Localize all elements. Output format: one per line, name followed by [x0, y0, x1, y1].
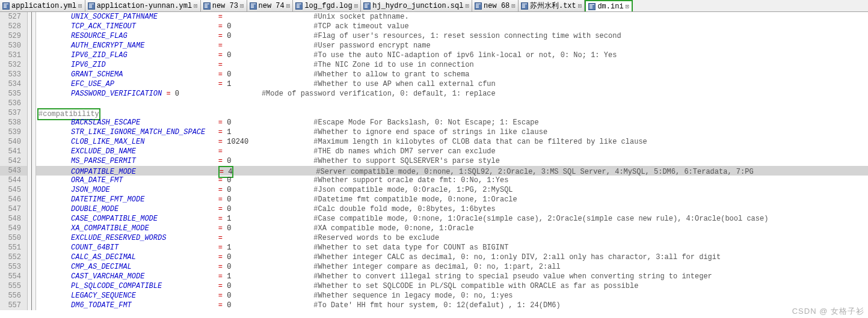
close-icon[interactable]: ⊠	[286, 2, 291, 10]
tab--txt[interactable]: 苏州水利.txt⊠	[519, 0, 585, 11]
tab-new-74[interactable]: new 74⊠	[247, 0, 294, 11]
line-number: 546	[0, 195, 28, 204]
code-line[interactable]: 538BACKSLASH_ESCAPE = 0 #Escape Mode For…	[0, 118, 868, 127]
close-icon[interactable]: ⊠	[578, 2, 582, 10]
code-content: XA_COMPATIBLE_MODE = 0 #XA compatible mo…	[36, 224, 868, 233]
close-icon[interactable]: ⊠	[511, 2, 516, 10]
code-line[interactable]: 548CASE_COMPATIBLE_MODE = 1 #Case compat…	[0, 214, 868, 224]
close-icon[interactable]: ⊠	[465, 2, 469, 10]
operator: =	[218, 186, 227, 194]
close-icon[interactable]: ⊠	[626, 2, 630, 10]
code-line[interactable]: 541EXCLUDE_DB_NAME = #THE db names which…	[0, 147, 868, 156]
code-line[interactable]: 546DATETIME_FMT_MODE = 0 #Datetime fmt c…	[0, 195, 868, 204]
operator: =	[218, 118, 227, 127]
tab-new-73[interactable]: new 73⊠	[201, 0, 247, 11]
code-content: EXCLUDE_RESERVED_WORDS = #Reserved words…	[36, 233, 868, 243]
operator: =	[218, 195, 227, 204]
code-line[interactable]: 528TCP_ACK_TIMEOUT = 0 #TCP ack timeout …	[0, 22, 868, 31]
param-name: TCP_ACK_TIMEOUT	[71, 22, 136, 31]
comment: #Whether support oracle date fmt: 0:No, …	[313, 176, 508, 185]
comment: #Mode of password verification, 0: defau…	[262, 90, 496, 98]
code-line[interactable]: 539STR_LIKE_IGNORE_MATCH_END_SPACE = 1 #…	[0, 127, 868, 137]
line-number: 556	[0, 291, 28, 301]
code-line[interactable]: 553CMP_AS_DECIMAL = 0 #Whether integer c…	[0, 262, 868, 272]
comment: #Whether to set SQLCODE in PL/SQL compat…	[313, 282, 638, 290]
code-editor[interactable]: 527UNIX_SOCKET_PATHNAME = #Unix socket p…	[0, 12, 868, 318]
code-line[interactable]: 537#compatibility	[0, 108, 868, 118]
code-line[interactable]: 529RESOURCE_FLAG = 0 #Flag of user's res…	[0, 31, 868, 41]
code-line[interactable]: 556LEGACY_SEQUENCE = 0 #Whether sequence…	[0, 291, 868, 301]
fold-gutter	[28, 233, 36, 243]
code-line[interactable]: 533GRANT_SCHEMA = 0 #Whether to allow to…	[0, 70, 868, 79]
tab-application-yml[interactable]: application.yml⊠	[0, 0, 85, 11]
code-line[interactable]: 545JSON_MODE = 0 #Json compatible mode, …	[0, 185, 868, 195]
close-icon[interactable]: ⊠	[194, 2, 198, 10]
code-line[interactable]: 549XA_COMPATIBLE_MODE = 0 #XA compatible…	[0, 224, 868, 233]
code-line[interactable]: 542MS_PARSE_PERMIT = 0 #Whether to suppo…	[0, 156, 868, 166]
param-name: PL_SQLCODE_COMPATIBLE	[71, 282, 162, 290]
comment: #Whether to use AP when call external cf…	[313, 80, 495, 88]
code-line[interactable]: 557DM6_TODATE_FMT = 0 #To Date' HH fmt h…	[0, 301, 868, 310]
code-line[interactable]: 544ORA_DATE_FMT = 0 #Whether support ora…	[0, 176, 868, 185]
code-content: CASE_COMPATIBLE_MODE = 1 #Case compatibl…	[36, 214, 868, 224]
line-number: 548	[0, 214, 28, 224]
code-line[interactable]: 535PASSWORD_VERIFICATION = 0 #Mode of pa…	[0, 89, 868, 99]
close-icon[interactable]: ⊠	[78, 2, 82, 10]
comment: #Calc double fold mode, 0:8bytes, 1:6byt…	[313, 205, 495, 213]
tab-hj-hydro-junction-sql[interactable]: hj_hydro_junction.sql⊠	[361, 0, 472, 11]
tab-dm-ini[interactable]: dm.ini⊠	[585, 0, 633, 11]
comment: #Unix socket pathname.	[313, 13, 408, 21]
close-icon[interactable]: ⊠	[354, 2, 359, 10]
code-content: TCP_ACK_TIMEOUT = 0 #TCP ack timeout val…	[36, 22, 868, 31]
fold-gutter	[28, 224, 36, 233]
code-line[interactable]: 527UNIX_SOCKET_PATHNAME = #Unix socket p…	[0, 12, 868, 22]
tab-label: application.yml	[11, 2, 76, 10]
tab-log-fgd-log[interactable]: log_fgd.log⊠	[293, 0, 361, 11]
comment: #Whether to set data type for COUNT as B…	[313, 243, 508, 252]
line-number: 532	[0, 60, 28, 70]
comment: #Whether to ignore end space of strings …	[313, 128, 547, 136]
param-name: CAST_VARCHAR_MODE	[71, 272, 144, 281]
operator: =	[218, 176, 227, 185]
operator: =	[218, 253, 227, 261]
operator: =	[218, 32, 227, 40]
comment: #To use the auto NIC-adaption of ipv6 li…	[313, 51, 617, 60]
close-icon[interactable]: ⊠	[240, 2, 244, 10]
fold-gutter	[28, 99, 36, 108]
code-line[interactable]: 550EXCLUDE_RESERVED_WORDS = #Reserved wo…	[0, 233, 868, 243]
code-content: LEGACY_SEQUENCE = 0 #Whether sequence in…	[36, 291, 868, 301]
tab-application-yunnan-yml[interactable]: application-yunnan.yml⊠	[85, 0, 201, 11]
fold-gutter	[28, 262, 36, 272]
line-number: 539	[0, 127, 28, 137]
code-line[interactable]: 532IPV6_ZID = #The NIC Zone id to use in…	[0, 60, 868, 70]
code-line[interactable]: 554CAST_VARCHAR_MODE = 1 #Whether to con…	[0, 272, 868, 281]
code-line[interactable]: 530AUTH_ENCRYPT_NAME = #User password en…	[0, 41, 868, 50]
file-icon	[2, 2, 10, 10]
code-line[interactable]: 540CLOB_LIKE_MAX_LEN = 10240 #Maximum le…	[0, 137, 868, 147]
code-line[interactable]: 543COMPATIBLE_MODE = 4 #Server compatibl…	[0, 166, 868, 176]
code-line[interactable]: 547DOUBLE_MODE = 0 #Calc double fold mod…	[0, 204, 868, 214]
operator: =	[166, 90, 174, 98]
code-content: AUTH_ENCRYPT_NAME = #User password encry…	[36, 41, 868, 50]
tab-new-68[interactable]: new 68⊠	[472, 0, 519, 11]
comment: #Maximum length in kilobytes of CLOB dat…	[313, 138, 647, 146]
fold-gutter	[28, 176, 36, 185]
line-number: 549	[0, 224, 28, 233]
operator: =	[218, 292, 227, 300]
code-line[interactable]: 534EFC_USE_AP = 1 #Whether to use AP whe…	[0, 79, 868, 89]
code-line[interactable]: 536	[0, 99, 868, 108]
code-line[interactable]: 555PL_SQLCODE_COMPATIBLE = 0 #Whether to…	[0, 281, 868, 291]
fold-gutter	[28, 79, 36, 89]
code-content: #compatibility	[36, 108, 868, 118]
code-line[interactable]: 551COUNT_64BIT = 1 #Whether to set data …	[0, 243, 868, 252]
code-line[interactable]: 531IPV6_ZID_FLAG = 0 #To use the auto NI…	[0, 50, 868, 60]
line-number: 550	[0, 233, 28, 243]
line-number: 552	[0, 252, 28, 262]
code-line[interactable]: 552CALC_AS_DECIMAL = 0 #Whether integer …	[0, 252, 868, 262]
comment: #XA compatible mode, 0:none, 1:Oracle	[313, 224, 473, 233]
code-content: RESOURCE_FLAG = 0 #Flag of user's resour…	[36, 31, 868, 41]
param-name: COMPATIBLE_MODE	[71, 168, 136, 176]
code-content: DM6_TODATE_FMT = 0 #To Date' HH fmt hour…	[36, 301, 868, 310]
file-icon	[250, 2, 257, 10]
code-content: CAST_VARCHAR_MODE = 1 #Whether to conver…	[36, 272, 868, 281]
